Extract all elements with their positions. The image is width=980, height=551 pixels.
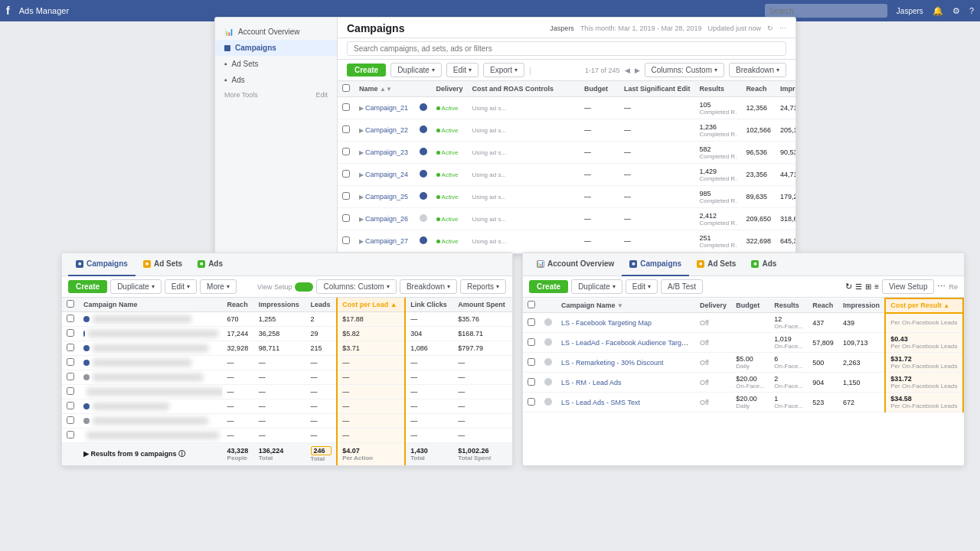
tab-ads[interactable]: ■ Ads [190,253,230,276]
row-checkbox[interactable] [67,431,74,439]
campaign-toggle[interactable] [544,338,552,346]
sidebar-item-ads[interactable]: ▪ Ads [215,72,337,88]
refresh-icon-right[interactable]: ↻ [845,282,852,292]
panel-breakdown-button[interactable]: Breakdown ▾ [400,279,457,294]
refresh-icon[interactable]: ↻ [767,24,773,32]
expand-icon[interactable]: ▶ [359,216,364,223]
row-checkbox[interactable] [342,126,350,133]
row-checkbox[interactable] [67,344,74,351]
settings-icon[interactable]: ⚙ [952,6,960,16]
row-checkbox[interactable] [342,192,350,200]
campaign-link[interactable]: Campaign_25 [365,193,408,201]
delivery-cell: Off [695,333,731,353]
campaigns-search-input[interactable] [347,41,786,56]
help-icon[interactable]: ? [969,6,974,15]
expand-icon[interactable]: ▶ [359,149,364,156]
panel-create-button[interactable]: Create [68,280,107,293]
row-checkbox[interactable] [342,170,350,178]
next-page-icon[interactable]: ▶ [635,67,640,74]
right-edit-button[interactable]: Edit ▾ [626,279,658,294]
row-checkbox[interactable] [342,214,350,222]
row-checkbox[interactable] [67,315,74,322]
tab-right-campaigns[interactable]: ■ Campaigns [622,253,689,276]
panel-more-button[interactable]: More ▾ [200,279,237,294]
campaign-link[interactable]: LS - Lead Ads - SMS Text [561,399,640,406]
row-checkbox[interactable] [67,416,74,424]
panel-edit-button[interactable]: Edit ▾ [165,279,197,294]
campaign-link[interactable]: Campaign_24 [365,171,408,178]
prev-page-icon[interactable]: ◀ [625,67,630,74]
campaign-link[interactable]: Campaign_21 [365,104,408,112]
budget: — [580,164,619,186]
notifications-icon[interactable]: 🔔 [933,6,943,16]
row-checkbox[interactable] [67,402,74,409]
view-setup-toggle[interactable] [295,282,313,292]
export-button[interactable]: Export ▾ [483,63,524,77]
top-search-input[interactable] [765,4,887,18]
expand-icon[interactable]: ▶ [359,238,364,245]
list-item: BLURRED CAMPAIGN NAME LONG NINE — — — — … [62,429,512,443]
duplicate-button[interactable]: Duplicate ▾ [390,63,442,77]
impressions-cell: 36,258 [254,327,306,341]
right-create-button[interactable]: Create [529,280,568,293]
row-checkbox[interactable] [528,318,535,326]
tab-right-ad-sets[interactable]: ■ Ad Sets [689,253,743,276]
campaign-link[interactable]: LS - LeadAd - Facebook Audience Targetin… [561,339,695,347]
right-duplicate-button[interactable]: Duplicate ▾ [571,279,622,294]
list-view-icon[interactable]: ☰ [855,282,862,291]
campaign-link[interactable]: Campaign_27 [365,237,408,245]
tab-campaigns[interactable]: ■ Campaigns [68,253,136,276]
campaign-toggle[interactable] [544,378,552,386]
row-checkbox[interactable] [67,358,74,366]
row-checkbox[interactable] [342,103,350,111]
re-button[interactable]: Re [949,283,958,291]
campaign-link[interactable]: Campaign_26 [365,215,408,223]
row-checkbox[interactable] [528,378,535,386]
columns-button[interactable]: Columns: Custom ▾ [645,63,724,77]
sidebar-item-ad-sets[interactable]: ▪ Ad Sets [215,56,337,72]
row-checkbox[interactable] [67,329,74,337]
panel-reports-button[interactable]: Reports ▾ [460,279,506,294]
panel-columns-button[interactable]: Columns: Custom ▾ [316,279,396,294]
campaign-toggle[interactable] [544,358,552,366]
row-checkbox[interactable] [342,236,350,244]
campaign-link[interactable]: LS - RM - Lead Ads [561,379,622,386]
campaign-toggle[interactable] [544,398,552,406]
breakdown-button[interactable]: Breakdown ▾ [729,63,786,77]
campaign-link[interactable]: Campaign_23 [365,148,408,156]
row-checkbox[interactable] [528,398,535,406]
panel-duplicate-button[interactable]: Duplicate ▾ [110,279,162,294]
row-checkbox[interactable] [67,387,74,395]
sidebar-item-account-overview[interactable]: 📊 Account Overview [215,24,337,40]
row-checkbox[interactable] [528,338,535,346]
edit-button[interactable]: Edit ▾ [446,63,479,77]
right-view-setup-button[interactable]: View Setup [882,279,934,294]
tab-ad-sets[interactable]: ■ Ad Sets [136,253,190,276]
campaign-link[interactable]: LS - Facebook Targeting Map [561,319,652,327]
right-abtest-button[interactable]: A/B Test [661,279,703,294]
more-options-icon[interactable]: ⋯ [779,24,786,32]
expand-icon[interactable]: ▶ [359,194,364,201]
row-checkbox[interactable] [342,148,350,155]
right-select-all[interactable] [528,301,535,308]
row-checkbox[interactable] [528,358,535,366]
tab-account-overview[interactable]: 📊 Account Overview [529,253,622,276]
select-all-checkbox[interactable] [342,84,350,92]
leads-total: 246 Total [306,443,338,466]
create-button[interactable]: Create [347,64,386,77]
campaign-toggle[interactable] [544,318,552,326]
grid-view-icon[interactable]: ⊞ [865,282,871,291]
cost-per-lead-cell: $3.71 [337,341,405,356]
expand-icon[interactable]: ▶ [359,105,364,112]
expand-results-icon[interactable]: ▶ [83,450,89,458]
tab-right-ads[interactable]: ■ Ads [743,253,784,276]
sidebar-item-campaigns[interactable]: Campaigns [215,40,337,56]
expand-icon[interactable]: ▶ [359,127,364,134]
panel-select-all[interactable] [67,300,74,308]
row-checkbox[interactable] [67,373,74,380]
campaign-link[interactable]: LS - Remarketing - 30% Discount [561,359,664,367]
expand-icon[interactable]: ▶ [359,171,364,178]
more-options-right[interactable]: ⋯ [937,282,946,292]
campaign-link[interactable]: Campaign_22 [365,126,408,134]
table-view-icon[interactable]: ≡ [874,282,879,291]
